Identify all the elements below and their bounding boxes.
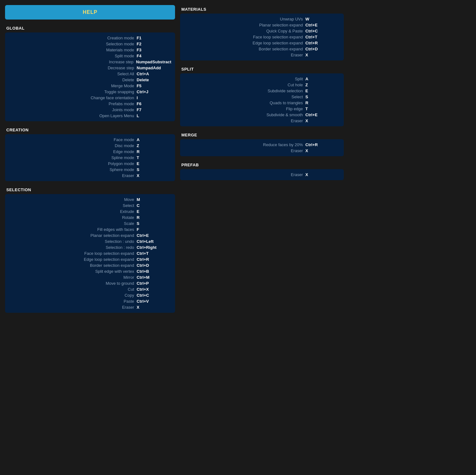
- shortcut-label: Creation mode: [9, 36, 134, 40]
- shortcut-key: L: [137, 113, 171, 118]
- section-global: GLOBALCreation modeF1Selection modeF2Mat…: [5, 24, 175, 121]
- shortcut-row: Prefabs modeF6: [9, 101, 171, 107]
- shortcut-row: Disc modeZ: [9, 143, 171, 149]
- shortcut-row: Selection : redoCtrl+Right: [9, 244, 171, 250]
- shortcut-row: Merge ModeF5: [9, 83, 171, 89]
- shortcut-key: F4: [137, 54, 171, 58]
- section-title-creation: CREATION: [5, 126, 175, 134]
- shortcut-key: T: [305, 106, 340, 111]
- shortcut-row: Move to groundCtrl+P: [9, 280, 171, 286]
- shortcut-label: Decrease step: [9, 66, 134, 70]
- shortcut-label: Flip edge: [184, 106, 303, 111]
- shortcut-key: R: [137, 149, 171, 154]
- shortcut-label: Reduce faces by 20%: [184, 142, 303, 147]
- shortcut-key: Ctrl+D: [305, 47, 340, 51]
- shortcut-row: CopyCtrl+C: [9, 292, 171, 298]
- shortcut-label: Materials mode: [9, 48, 134, 52]
- shortcut-label: Selection mode: [9, 42, 134, 46]
- shortcut-label: Face loop selection expand: [9, 251, 134, 256]
- shortcut-row: Split edge with vertexCtrl+B: [9, 268, 171, 274]
- shortcut-row: Cut holeZ: [184, 82, 340, 88]
- help-header: HELP: [5, 5, 175, 20]
- shortcut-label: Eraser: [184, 53, 303, 57]
- shortcut-label: Planar selection expand: [184, 23, 303, 27]
- shortcut-key: E: [137, 209, 171, 214]
- shortcut-label: Edge loop selection expand: [184, 41, 303, 45]
- shortcut-label: Edge mode: [9, 149, 134, 154]
- shortcut-row: EraserX: [184, 52, 340, 58]
- shortcut-label: Disc mode: [9, 143, 134, 148]
- shortcut-key: R: [137, 215, 171, 220]
- shortcut-label: Quads to triangles: [184, 100, 303, 105]
- shortcut-key: E: [137, 161, 171, 166]
- shortcut-label: Spline mode: [9, 155, 134, 160]
- shortcut-key: W: [305, 17, 340, 21]
- shortcut-label: Select All: [9, 72, 134, 76]
- shortcut-key: F1: [137, 36, 171, 40]
- shortcut-key: Ctrl+P: [137, 281, 171, 286]
- shortcut-label: Eraser: [184, 148, 303, 153]
- shortcut-key: X: [305, 148, 340, 153]
- shortcut-row: SplitA: [184, 76, 340, 82]
- section-title-split: SPLIT: [180, 65, 344, 73]
- shortcut-row: RotateR: [9, 215, 171, 220]
- shortcut-label: Cut: [9, 287, 134, 292]
- shortcut-row: Edge modeR: [9, 149, 171, 155]
- help-title: HELP: [83, 9, 98, 15]
- shortcut-label: Unwrap UVs: [184, 17, 303, 21]
- shortcut-row: Quads to trianglesR: [184, 100, 340, 106]
- shortcut-key: X: [137, 173, 171, 178]
- shortcut-label: Move: [9, 197, 134, 202]
- shortcut-label: Open Layers Menu: [9, 113, 134, 118]
- shortcut-label: Eraser: [184, 172, 303, 177]
- section-content-selection: MoveMSelectCExtrudeERotateRScaleSFill ed…: [5, 194, 175, 313]
- shortcut-label: Subdivide selection: [184, 89, 303, 93]
- shortcut-key: Ctrl+B: [137, 269, 171, 274]
- shortcut-key: Ctrl+R: [137, 257, 171, 262]
- shortcut-key: F: [137, 227, 171, 232]
- shortcut-key: Ctrl+E: [137, 233, 171, 238]
- shortcut-key: F3: [137, 48, 171, 52]
- shortcut-row: CutCtrl+X: [9, 286, 171, 292]
- shortcut-label: Select: [9, 203, 134, 208]
- shortcut-row: Increase stepNumpadSubstract: [9, 59, 171, 65]
- shortcut-label: Joints mode: [9, 107, 134, 112]
- shortcut-label: Move to ground: [9, 281, 134, 286]
- section-creation: CREATIONFace modeADisc modeZEdge modeRSp…: [5, 126, 175, 181]
- shortcut-row: MoveM: [9, 197, 171, 203]
- shortcut-label: Increase step: [9, 60, 133, 64]
- section-title-selection: SELECTION: [5, 186, 175, 194]
- shortcut-row: SelectS: [184, 94, 340, 100]
- shortcut-row: Face loop selection expandCtrl+T: [9, 250, 171, 256]
- shortcut-key: C: [137, 203, 171, 208]
- shortcut-label: Sphere mode: [9, 167, 134, 172]
- shortcut-key: R: [305, 100, 340, 105]
- shortcut-label: Scale: [9, 221, 134, 226]
- shortcut-label: Merge Mode: [9, 83, 134, 88]
- shortcut-key: Ctrl+D: [137, 263, 171, 268]
- shortcut-row: Planar selection expandCtrl+E: [9, 232, 171, 238]
- shortcut-key: X: [305, 118, 340, 123]
- section-content-merge: Reduce faces by 20%Ctrl+REraserX: [180, 139, 344, 156]
- shortcut-key: X: [305, 172, 340, 177]
- shortcut-row: Border selection expandCtrl+D: [9, 262, 171, 268]
- shortcut-row: Flip edgeT: [184, 106, 340, 112]
- shortcut-key: A: [137, 137, 171, 142]
- shortcut-row: Split modeF4: [9, 53, 171, 59]
- shortcut-row: ExtrudeE: [9, 209, 171, 215]
- shortcut-key: Ctrl+A: [137, 72, 171, 76]
- section-title-materials: MATERIALS: [180, 5, 344, 14]
- shortcut-key: Ctrl+E: [305, 23, 340, 27]
- shortcut-key: M: [137, 197, 171, 202]
- shortcut-key: Ctrl+Left: [137, 239, 171, 244]
- shortcut-row: Planar selection expandCtrl+E: [184, 22, 340, 28]
- shortcut-key: Ctrl+Right: [137, 245, 171, 250]
- shortcut-row: DeleteDelete: [9, 77, 171, 83]
- section-content-split: SplitACut holeZSubdivide selectionESelec…: [180, 73, 344, 126]
- shortcut-label: Mirror: [9, 275, 134, 280]
- shortcut-label: Edge loop selection expand: [9, 257, 134, 262]
- shortcut-key: Ctrl+C: [137, 293, 171, 298]
- shortcut-label: Split mode: [9, 54, 134, 58]
- shortcut-label: Fill edges with faces: [9, 227, 134, 232]
- shortcut-key: Ctrl+T: [305, 35, 340, 39]
